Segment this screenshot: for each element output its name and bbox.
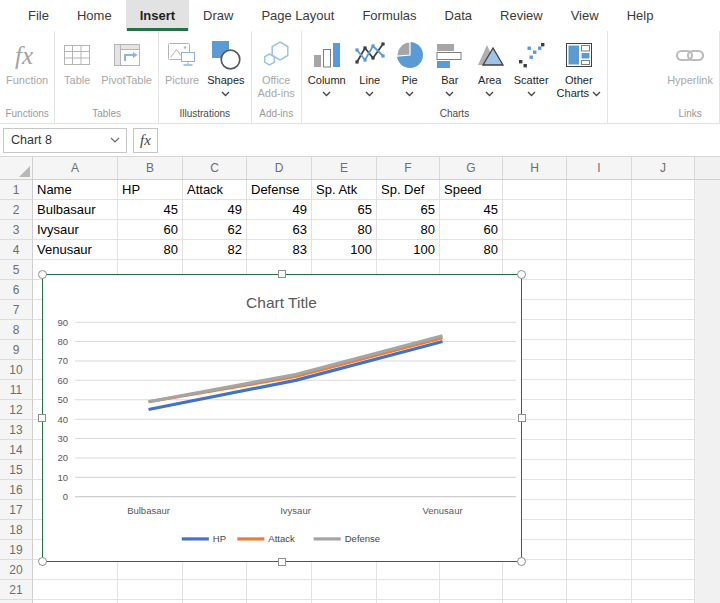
cell-i9[interactable] bbox=[567, 340, 632, 360]
cell-b20[interactable] bbox=[118, 560, 183, 580]
ribbon-button-line[interactable]: Line bbox=[350, 34, 390, 99]
row-header-3[interactable]: 3 bbox=[0, 220, 33, 240]
cell-i3[interactable] bbox=[567, 220, 632, 240]
cell-j2[interactable] bbox=[632, 200, 695, 220]
row-header-1[interactable]: 1 bbox=[0, 180, 33, 200]
ribbon-button-bar[interactable]: Bar bbox=[430, 34, 470, 99]
column-header-a[interactable]: A bbox=[33, 157, 118, 179]
cell-i1[interactable] bbox=[567, 180, 632, 200]
row-header-14[interactable]: 14 bbox=[0, 440, 33, 460]
cell-i19[interactable] bbox=[567, 540, 632, 560]
cell-h1[interactable] bbox=[503, 180, 567, 200]
cell-f1[interactable]: Sp. Def bbox=[377, 180, 440, 200]
cell-f2[interactable]: 65 bbox=[377, 200, 440, 220]
cell-j20[interactable] bbox=[632, 560, 695, 580]
cell-c2[interactable]: 49 bbox=[183, 200, 247, 220]
cell-e1[interactable]: Sp. Atk bbox=[312, 180, 377, 200]
row-header-20[interactable]: 20 bbox=[0, 560, 33, 580]
cell-i7[interactable] bbox=[567, 300, 632, 320]
column-header-j[interactable]: J bbox=[632, 157, 695, 179]
tab-help[interactable]: Help bbox=[613, 0, 668, 31]
tab-formulas[interactable]: Formulas bbox=[348, 0, 430, 31]
row-header-12[interactable]: 12 bbox=[0, 400, 33, 420]
cell-j14[interactable] bbox=[632, 440, 695, 460]
row-header-8[interactable]: 8 bbox=[0, 320, 33, 340]
row-header-10[interactable]: 10 bbox=[0, 360, 33, 380]
cell-j15[interactable] bbox=[632, 460, 695, 480]
cell-j12[interactable] bbox=[632, 400, 695, 420]
tab-file[interactable]: File bbox=[14, 0, 63, 31]
formula-input[interactable] bbox=[164, 128, 720, 153]
row-header-17[interactable]: 17 bbox=[0, 500, 33, 520]
row-header-16[interactable]: 16 bbox=[0, 480, 33, 500]
tab-home[interactable]: Home bbox=[63, 0, 126, 31]
cell-i11[interactable] bbox=[567, 380, 632, 400]
cell-f3[interactable]: 80 bbox=[377, 220, 440, 240]
tab-review[interactable]: Review bbox=[486, 0, 557, 31]
chart-handle-bottom-middle[interactable] bbox=[278, 558, 286, 566]
cell-a21[interactable] bbox=[33, 580, 118, 600]
chart-handle-top-right[interactable] bbox=[517, 270, 526, 279]
cell-j21[interactable] bbox=[632, 580, 695, 600]
cell-j10[interactable] bbox=[632, 360, 695, 380]
cell-j18[interactable] bbox=[632, 520, 695, 540]
name-box-chevron-down-icon[interactable] bbox=[110, 137, 120, 144]
cell-j3[interactable] bbox=[632, 220, 695, 240]
cell-i15[interactable] bbox=[567, 460, 632, 480]
column-header-h[interactable]: H bbox=[503, 157, 567, 179]
column-header-i[interactable]: I bbox=[567, 157, 632, 179]
cell-c1[interactable]: Attack bbox=[183, 180, 247, 200]
cell-j1[interactable] bbox=[632, 180, 695, 200]
cell-e2[interactable]: 65 bbox=[312, 200, 377, 220]
cell-h4[interactable] bbox=[503, 240, 567, 260]
chart-handle-middle-right[interactable] bbox=[518, 414, 526, 422]
row-header-18[interactable]: 18 bbox=[0, 520, 33, 540]
cell-b21[interactable] bbox=[118, 580, 183, 600]
cell-g1[interactable]: Speed bbox=[440, 180, 503, 200]
row-header-2[interactable]: 2 bbox=[0, 200, 33, 220]
row-header-9[interactable]: 9 bbox=[0, 340, 33, 360]
row-header-13[interactable]: 13 bbox=[0, 420, 33, 440]
cell-i21[interactable] bbox=[567, 580, 632, 600]
row-header-15[interactable]: 15 bbox=[0, 460, 33, 480]
cell-j8[interactable] bbox=[632, 320, 695, 340]
cell-c4[interactable]: 82 bbox=[183, 240, 247, 260]
cell-e21[interactable] bbox=[312, 580, 377, 600]
cell-d2[interactable]: 49 bbox=[247, 200, 312, 220]
cell-i20[interactable] bbox=[567, 560, 632, 580]
cell-j7[interactable] bbox=[632, 300, 695, 320]
cell-a2[interactable]: Bulbasaur bbox=[33, 200, 118, 220]
cell-i2[interactable] bbox=[567, 200, 632, 220]
chart-handle-bottom-left[interactable] bbox=[38, 557, 47, 566]
cell-i6[interactable] bbox=[567, 280, 632, 300]
tab-view[interactable]: View bbox=[557, 0, 613, 31]
cell-i12[interactable] bbox=[567, 400, 632, 420]
cell-h20[interactable] bbox=[503, 560, 567, 580]
cell-e3[interactable]: 80 bbox=[312, 220, 377, 240]
ribbon-button-area[interactable]: Area bbox=[470, 34, 510, 99]
row-header-6[interactable]: 6 bbox=[0, 280, 33, 300]
cell-j16[interactable] bbox=[632, 480, 695, 500]
cell-i18[interactable] bbox=[567, 520, 632, 540]
cell-e20[interactable] bbox=[312, 560, 377, 580]
cell-g2[interactable]: 45 bbox=[440, 200, 503, 220]
cell-e4[interactable]: 100 bbox=[312, 240, 377, 260]
ribbon-button-other-charts[interactable]: OtherCharts bbox=[553, 34, 605, 100]
cell-b2[interactable]: 45 bbox=[118, 200, 183, 220]
cell-g21[interactable] bbox=[440, 580, 503, 600]
cell-b3[interactable]: 60 bbox=[118, 220, 183, 240]
cell-c20[interactable] bbox=[183, 560, 247, 580]
row-header-7[interactable]: 7 bbox=[0, 300, 33, 320]
chart-handle-bottom-right[interactable] bbox=[517, 557, 526, 566]
column-header-d[interactable]: D bbox=[247, 157, 312, 179]
ribbon-button-shapes[interactable]: Shapes bbox=[203, 34, 248, 99]
cell-a1[interactable]: Name bbox=[33, 180, 118, 200]
column-header-g[interactable]: G bbox=[440, 157, 503, 179]
cell-f4[interactable]: 100 bbox=[377, 240, 440, 260]
column-header-c[interactable]: C bbox=[183, 157, 247, 179]
cell-c3[interactable]: 62 bbox=[183, 220, 247, 240]
tab-page-layout[interactable]: Page Layout bbox=[247, 0, 348, 31]
cell-d4[interactable]: 83 bbox=[247, 240, 312, 260]
cell-i16[interactable] bbox=[567, 480, 632, 500]
cell-i8[interactable] bbox=[567, 320, 632, 340]
